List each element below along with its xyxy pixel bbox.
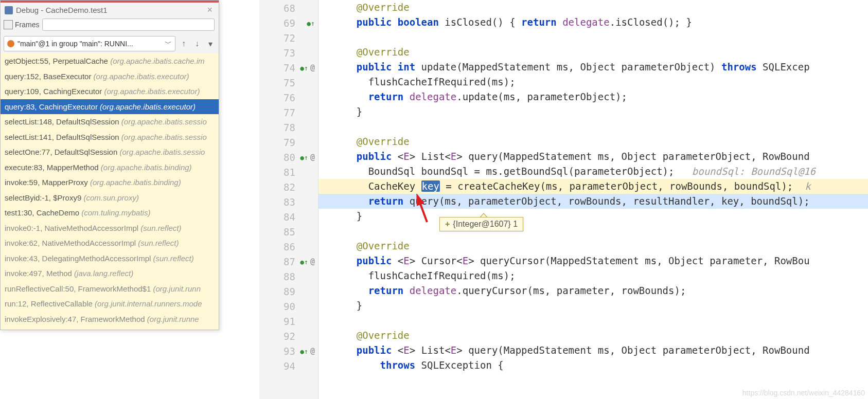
gutter-line: 85	[259, 225, 318, 240]
gutter: 6869●↑727374●↑@757677787980●↑@8182838485…	[259, 0, 318, 399]
next-frame-button[interactable]: ↓	[192, 39, 202, 48]
chevron-down-icon: ﹀	[165, 39, 172, 48]
code-line[interactable]: public boolean isClosed() { return deleg…	[318, 15, 868, 30]
gutter-line: 90	[259, 299, 318, 314]
code-line[interactable]: return delegate.queryCursor(ms, paramete…	[318, 283, 868, 298]
stack-frame[interactable]: invoke:62, NativeMethodAccessorImpl (sun…	[1, 235, 219, 251]
gutter-line: 89	[259, 284, 318, 299]
gutter-line: 72	[259, 31, 318, 46]
code-line[interactable]	[318, 119, 868, 134]
gutter-line: 80●↑@	[259, 150, 318, 165]
gutter-line: 76	[259, 90, 318, 105]
code-line[interactable]: flushCacheIfRequired(ms);	[318, 75, 868, 89]
stack-frame[interactable]: invokeExplosively:47, FrameworkMethod (o…	[1, 312, 219, 327]
gutter-line: 87●↑@	[259, 255, 318, 269]
debug-title-text: Debug - CacheDemo.test1	[16, 6, 205, 14]
code-editor[interactable]: 6869●↑727374●↑@757677787980●↑@8182838485…	[259, 0, 868, 399]
stack-frame[interactable]: run:12, ReflectiveCallable (org.junit.in…	[1, 296, 219, 312]
gutter-line: 78	[259, 120, 318, 135]
stack-frame[interactable]: runReflectiveCall:50, FrameworkMethod$1 …	[1, 281, 219, 297]
stack-frame[interactable]: invoke0:-1, NativeMethodAccessorImpl (su…	[1, 221, 219, 236]
code-line[interactable]: @Override	[318, 239, 868, 253]
gutter-line: 77	[259, 105, 318, 120]
stack-frame[interactable]: selectOne:77, DefaultSqlSession (org.apa…	[1, 144, 219, 160]
stack-frame[interactable]: selectList:148, DefaultSqlSession (org.a…	[1, 114, 219, 130]
code-line[interactable]: throws SQLException {	[318, 358, 868, 373]
watermark: https://blog.csdn.net/weixin_44284160	[742, 389, 865, 397]
code-line[interactable]: BoundSql boundSql = ms.getBoundSql(param…	[318, 164, 868, 179]
stack-frame[interactable]: query:109, CachingExecutor (org.apache.i…	[1, 84, 219, 99]
stack-frame[interactable]: selectList:141, DefaultSqlSession (org.a…	[1, 130, 219, 145]
prev-frame-button[interactable]: ↑	[179, 39, 189, 48]
gutter-line: 86	[259, 240, 318, 255]
frames-bar: Frames	[1, 16, 219, 34]
stack-frame[interactable]: getObject:55, PerpetualCache (org.apache…	[1, 53, 219, 69]
thread-icon	[7, 40, 14, 47]
gutter-line: 82	[259, 180, 318, 195]
close-icon[interactable]: ×	[205, 5, 215, 15]
code-line[interactable]	[318, 313, 868, 328]
stack-frame[interactable]: query:83, CachingExecutor (org.apache.ib…	[1, 99, 219, 115]
stack-frame[interactable]: selectByid:-1, $Proxy9 (com.sun.proxy)	[1, 190, 219, 206]
gutter-line: 84	[259, 210, 318, 225]
thread-text: "main"@1 in group "main": RUNNI...	[17, 40, 165, 48]
value-tooltip[interactable]: + {Integer@1607} 1	[439, 217, 523, 231]
gutter-line: 93●↑@	[259, 344, 318, 359]
frames-label: Frames	[15, 21, 42, 29]
gutter-line: 68	[259, 1, 318, 16]
code-line[interactable]: @Override	[318, 134, 868, 149]
stack-frame[interactable]: invoke:497, Method (java.lang.reflect)	[1, 266, 219, 281]
thread-toolbar: "main"@1 in group "main": RUNNI... ﹀ ↑ ↓…	[1, 34, 219, 53]
gutter-line: 81	[259, 165, 318, 180]
frames-search-input[interactable]	[42, 19, 215, 31]
stack-frame[interactable]: query:152, BaseExecutor (org.apache.ibat…	[1, 69, 219, 84]
code-line[interactable]: CacheKey key = createCacheKey(ms, parame…	[318, 179, 868, 194]
gutter-line: 83	[259, 195, 318, 210]
gutter-line: 73	[259, 46, 318, 61]
stack-frame[interactable]: invoke:59, MapperProxy (org.apache.ibati…	[1, 175, 219, 190]
code-line[interactable]: }	[318, 209, 868, 224]
code-line[interactable]: @Override	[318, 0, 868, 15]
app-icon	[5, 6, 13, 14]
code-line[interactable]: }	[318, 298, 868, 313]
gutter-line: 88	[259, 269, 318, 284]
debug-title-bar: Debug - CacheDemo.test1 ×	[1, 3, 219, 16]
gutter-line: 79	[259, 135, 318, 150]
code-area[interactable]: @Override public boolean isClosed() { re…	[318, 0, 868, 399]
stack-frame[interactable]: evaluate:17, InvokeMethod (org.junit.int…	[1, 327, 219, 330]
stack-frame[interactable]: execute:83, MapperMethod (org.apache.iba…	[1, 160, 219, 175]
frames-icon	[4, 20, 13, 29]
gutter-line: 74●↑@	[259, 61, 318, 76]
stack-frames-list[interactable]: getObject:55, PerpetualCache (org.apache…	[1, 53, 219, 330]
code-line[interactable]: public <E> List<E> query(MappedStatement…	[318, 343, 868, 358]
gutter-line: 91	[259, 314, 318, 329]
code-line[interactable]	[318, 30, 868, 45]
code-line[interactable]: @Override	[318, 328, 868, 343]
debug-panel: Debug - CacheDemo.test1 × Frames "main"@…	[0, 0, 219, 330]
stack-frame[interactable]: invoke:43, DelegatingMethodAccessorImpl …	[1, 251, 219, 266]
code-line[interactable]: @Override	[318, 45, 868, 60]
stack-frame[interactable]: test1:30, CacheDemo (com.tuling.mybatis)	[1, 205, 219, 221]
code-line[interactable]: public <E> Cursor<E> queryCursor(MappedS…	[318, 253, 868, 268]
code-line[interactable]	[318, 224, 868, 239]
tooltip-value: {Integer@1607} 1	[453, 220, 518, 229]
gutter-line: 92	[259, 329, 318, 344]
code-line[interactable]: public <E> List<E> query(MappedStatement…	[318, 149, 868, 164]
code-line[interactable]: return query(ms, parameterObject, rowBou…	[318, 194, 868, 209]
code-line[interactable]: }	[318, 104, 868, 119]
filter-frames-button[interactable]: ▾	[205, 39, 216, 49]
code-line[interactable]: flushCacheIfRequired(ms);	[318, 268, 868, 283]
thread-select[interactable]: "main"@1 in group "main": RUNNI... ﹀	[4, 36, 175, 51]
gutter-line: 94	[259, 359, 318, 374]
gutter-line: 69●↑	[259, 16, 318, 31]
expand-plus-icon[interactable]: +	[445, 220, 450, 229]
code-line[interactable]: public int update(MappedStatement ms, Ob…	[318, 60, 868, 75]
code-line[interactable]: return delegate.update(ms, parameterObje…	[318, 89, 868, 104]
gutter-line: 75	[259, 76, 318, 90]
